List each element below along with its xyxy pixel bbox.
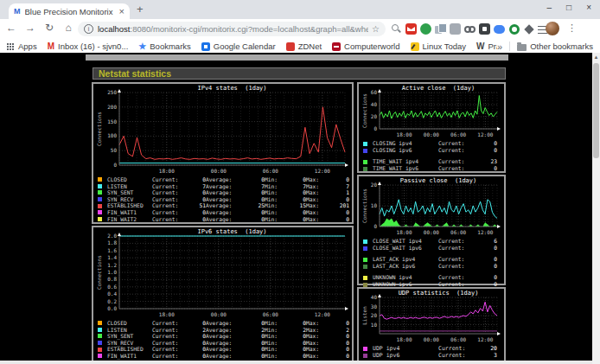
bookmark-item-linux[interactable]: Linux Today [411,42,467,51]
legend-row: LISTENCurrent:7Average:7Min:7Max:7 [98,183,352,190]
svg-text:00:00: 00:00 [211,168,227,174]
ring-extension-icon[interactable] [509,24,520,35]
home-icon[interactable]: ⌂ [61,22,76,34]
legend-row: ESTABLISHEDCurrent:51Average:25Min:15Max… [98,202,352,209]
legend-row: LISTENCurrent:2Average:2Min:2Max:2 [98,327,352,334]
svg-text:0.6: 0.6 [107,284,117,290]
svg-text:1.4: 1.4 [107,254,117,260]
site-info-icon[interactable]: i [84,24,93,34]
mail-extension-icon[interactable] [405,23,417,35]
scrollbar-up-icon[interactable]: ▲ [592,53,600,61]
svg-text:100: 100 [107,132,117,138]
profile-avatar[interactable] [546,22,559,35]
green-extension-icon[interactable] [420,23,431,35]
passive-close-graph-panel: 0102018:0000:0006:0012:00Passive close (… [357,175,506,285]
legend-row: CLOSEDCurrent:0Average:0Min:0Max:0 [98,320,352,327]
glasses-extension-icon[interactable] [464,23,476,35]
svg-text:06:00: 06:00 [263,168,278,174]
svg-text:0.2: 0.2 [107,298,117,304]
other-bookmarks-button[interactable]: Other bookmarks [517,42,593,51]
scrollbar-thumb[interactable] [593,63,599,158]
ipv6-states-graph-panel: 0.00.20.40.60.81.01.21.41.61.82.018:0000… [92,226,354,364]
legend-row: CLOSE_WAIT ipv4Current:6 [363,238,504,245]
svg-text:Connections: Connections [96,112,102,146]
legend-row: TIME_WAIT ipv6Current:0 [363,165,504,172]
svg-text:18:00: 18:00 [159,168,175,174]
svg-text:Listen: Listen [361,306,367,325]
legend-row: FIN_WAIT1Current:0Average:0Min:0Max:0 [98,353,352,360]
back-icon[interactable]: ← [3,22,19,34]
svg-text:Passive close (1day): Passive close (1day) [400,177,477,184]
svg-text:18:00: 18:00 [397,229,412,235]
scrollbar[interactable]: ▲ [592,53,600,364]
search-extension-icon[interactable] [391,23,402,35]
svg-text:12:00: 12:00 [315,311,330,317]
bookmark-item-star[interactable]: ★Bookmarks [138,42,190,51]
dark-extension-icon[interactable] [479,23,490,35]
bookmark-item-zdnet[interactable]: ZDNet [286,42,322,51]
pin-extension-icon[interactable] [524,24,533,34]
legend-row: ESTABLISHEDCurrent:0Average:0Min:0Max:0 [98,346,352,353]
svg-text:06:00: 06:00 [450,336,466,342]
bookmarks-overflow-icon[interactable]: » [497,42,502,52]
page-bottom-strip [0,361,592,364]
cw-icon [332,42,341,51]
svg-text:1.6: 1.6 [107,247,117,253]
window-maximize-button[interactable]: □ [566,3,571,12]
svg-text:00:00: 00:00 [424,131,439,137]
bookmark-item-gmail[interactable]: MInbox (16) - sjvn0... [48,42,129,51]
extension-icons [391,23,547,35]
svg-text:12:00: 12:00 [477,229,493,235]
new-tab-button[interactable]: + [137,3,144,16]
svg-text:0.0: 0.0 [107,305,117,311]
svg-text:00:00: 00:00 [424,229,439,235]
legend-row: CLOSEDCurrent:0Average:0Min:0Max:0 [98,176,352,183]
svg-text:20: 20 [371,182,378,188]
browser-tab[interactable]: M Blue Precision Monitorix × [9,3,130,19]
legend-row: SYN_RECVCurrent:0Average:0Min:0Max:0 [98,340,352,347]
svg-text:18:00: 18:00 [397,131,412,137]
bookmark-star-icon[interactable]: ☆ [372,24,380,34]
svg-text:1.0: 1.0 [107,269,117,275]
pages-extension-icon[interactable] [435,23,446,35]
ipv4-states-chart[interactable]: 05010015020025018:0000:0006:0012:00IPv4 … [93,84,352,176]
active-close-chart[interactable]: 020406018:0000:0006:0012:00Active close … [359,84,504,139]
svg-text:Connections: Connections [96,255,102,290]
grid-icon [7,43,9,45]
address-bar[interactable]: i localhost :8080/monitorix-cgi/monitori… [78,22,386,36]
tab-title: Blue Precision Monitorix [25,7,116,16]
reload-icon[interactable]: ↻ [41,22,57,34]
linux-icon [411,42,419,51]
window-close-button[interactable]: × [586,3,591,12]
ipv6-states-legend: CLOSEDCurrent:0Average:0Min:0Max:0LISTEN… [93,319,352,364]
svg-text:Connections: Connections [361,93,367,128]
svg-text:0: 0 [373,125,377,131]
box-extension-icon[interactable] [450,23,461,35]
legend-row: CLOSING ipv4Current:0 [363,140,504,147]
active-close-graph-panel: 020406018:0000:0006:0012:00Active close … [357,82,506,173]
bookmark-item-grid[interactable]: Apps [7,42,37,51]
tab-close-icon[interactable]: × [119,7,124,16]
svg-text:12:00: 12:00 [315,168,330,174]
bookmark-item-wp[interactable]: WPractical Technol... [476,42,497,51]
bookmark-item-gcal[interactable]: Google Calendar [201,42,276,51]
legend-row: CLOSE_WAIT ipv6Current:0 [363,245,504,252]
legend-row: TIME_WAIT ipv4Current:23 [363,158,504,165]
pill-extension-icon[interactable] [494,25,505,34]
browser-toolbar: ← → ↻ ⌂ i localhost :8080/monitorix-cgi/… [0,19,600,40]
forward-icon[interactable]: → [22,22,38,34]
window-minimize-button[interactable]: – [547,3,552,12]
browser-menu-icon[interactable]: ⋮ [567,22,577,34]
legend-row: SYN_SENTCurrent:0Average:0Min:0Max:1 [98,189,352,196]
gmail-icon: M [48,42,54,51]
passive-close-chart[interactable]: 0102018:0000:0006:0012:00Passive close (… [359,176,504,237]
svg-text:06:00: 06:00 [450,131,466,137]
udp-statistics-chart[interactable]: 1020304018:0000:0006:0012:00UDP statisti… [359,289,504,344]
url-host: localhost [98,24,131,34]
svg-text:1.2: 1.2 [107,262,117,268]
ipv6-states-chart[interactable]: 0.00.20.40.60.81.01.21.41.61.82.018:0000… [93,227,352,319]
gcal-icon [201,42,210,51]
bookmark-item-cw[interactable]: Computerworld [332,42,399,51]
svg-text:00:00: 00:00 [211,311,227,317]
svg-text:0.8: 0.8 [107,276,117,282]
